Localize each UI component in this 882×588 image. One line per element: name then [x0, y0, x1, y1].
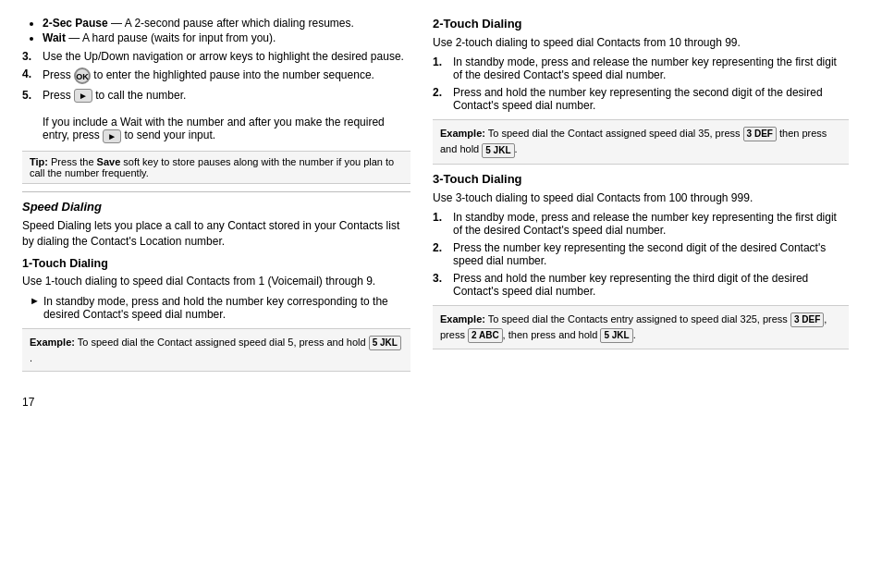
example3-text: To speed dial the Contacts entry assigne…	[485, 313, 790, 325]
pause-bullet-list: 2-Sec Pause — A 2-second pause after whi…	[43, 17, 410, 44]
touch3-steps: 1. In standby mode, press and release th…	[433, 211, 849, 298]
step-4-content: Press OK to enter the highlighted pause …	[43, 67, 374, 84]
touch3-step3: 3. Press and hold the number key represe…	[433, 272, 849, 298]
touch2-title: 2-Touch Dialing	[433, 17, 849, 31]
touch3-step2: 2. Press the number key representing the…	[433, 241, 849, 267]
example2-text: To speed dial the Contact assigned speed…	[485, 128, 743, 139]
touch2-step2-text: Press and hold the number key representi…	[453, 86, 849, 112]
tip-save-word: Save	[97, 156, 121, 167]
call-button-icon-2: ►	[103, 129, 121, 143]
example1-key: 5 JKL	[369, 336, 401, 350]
ok-button-icon: OK	[74, 67, 91, 84]
pause-text-2sec: — A 2-second pause after which dialing r…	[108, 17, 354, 30]
arrow-icon: ►	[30, 295, 40, 321]
right-column: 2-Touch Dialing Use 2-touch dialing to s…	[433, 17, 849, 379]
page-number: 17	[22, 396, 860, 409]
tip-text-pre: Press the	[51, 156, 97, 167]
example3-label: Example:	[440, 313, 485, 325]
touch2-step1-text: In standby mode, press and release the n…	[453, 55, 849, 81]
example2-key1: 3 DEF	[743, 127, 777, 141]
call-button-icon: ►	[74, 89, 92, 103]
tip-box: Tip: Press the Save soft key to store pa…	[22, 151, 410, 184]
example-box-3: Example: To speed dial the Contacts entr…	[433, 305, 849, 349]
touch3-desc: Use 3-touch dialing to speed dial Contac…	[433, 190, 849, 206]
touch1-bullet-item: ► In standby mode, press and hold the nu…	[22, 295, 410, 321]
tip-label: Tip:	[30, 156, 48, 167]
pause-text-wait: — A hard pause (waits for input from you…	[66, 31, 276, 44]
left-column: 2-Sec Pause — A 2-second pause after whi…	[22, 17, 410, 379]
touch2-step1: 1. In standby mode, press and release th…	[433, 55, 849, 81]
bullet-2sec-pause: 2-Sec Pause — A 2-second pause after whi…	[43, 17, 410, 30]
pause-label-2sec: 2-Sec Pause	[43, 17, 108, 30]
touch3-step2-text: Press the number key representing the se…	[453, 241, 849, 267]
step-5-content: Press ► to call the number. If you inclu…	[43, 89, 410, 143]
step-5: 5. Press ► to call the number. If you in…	[22, 89, 410, 143]
touch2-step2: 2. Press and hold the number key represe…	[433, 86, 849, 112]
speed-dialing-title: Speed Dialing	[22, 200, 410, 214]
touch2-desc: Use 2-touch dialing to speed dial Contac…	[433, 35, 849, 51]
example-box-2: Example: To speed dial the Contact assig…	[433, 119, 849, 164]
step-4: 4. Press OK to enter the highlighted pau…	[22, 67, 410, 84]
touch3-step3-text: Press and hold the number key representi…	[453, 272, 849, 298]
numbered-steps-left: 3. Use the Up/Down navigation or arrow k…	[22, 50, 410, 143]
divider-1	[22, 191, 410, 192]
example2-key2: 5 JKL	[482, 143, 514, 158]
example-box-1: Example: To speed dial the Contact assig…	[22, 328, 410, 373]
example3-key1: 3 DEF	[790, 312, 824, 327]
touch1-desc: Use 1-touch dialing to speed dial Contac…	[22, 274, 410, 289]
touch1-bullet-text: In standby mode, press and hold the numb…	[43, 295, 410, 321]
example1-label: Example:	[30, 337, 75, 348]
touch2-steps: 1. In standby mode, press and release th…	[433, 55, 849, 112]
touch1-title: 1-Touch Dialing	[22, 257, 410, 270]
touch3-title: 3-Touch Dialing	[433, 172, 849, 186]
touch3-step1: 1. In standby mode, press and release th…	[433, 211, 849, 237]
example3-key2: 2 ABC	[468, 328, 503, 343]
touch3-step1-text: In standby mode, press and release the n…	[453, 211, 849, 237]
example3-end: , then press and hold	[503, 329, 601, 340]
step-3-text: Use the Up/Down navigation or arrow keys…	[43, 50, 404, 63]
step-3: 3. Use the Up/Down navigation or arrow k…	[22, 50, 410, 63]
example2-label: Example:	[440, 128, 485, 139]
example3-key3: 5 JKL	[600, 328, 632, 343]
page-layout: 2-Sec Pause — A 2-second pause after whi…	[22, 17, 860, 379]
bullet-wait: Wait — A hard pause (waits for input fro…	[43, 31, 410, 44]
speed-dialing-desc: Speed Dialing lets you place a call to a…	[22, 218, 410, 251]
pause-label-wait: Wait	[43, 31, 66, 44]
example1-text: To speed dial the Contact assigned speed…	[75, 337, 369, 348]
